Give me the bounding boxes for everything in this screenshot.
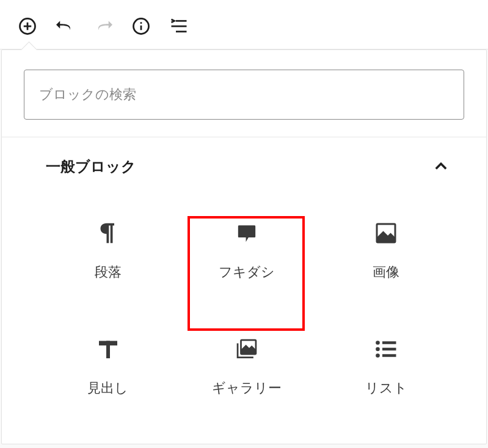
block-list[interactable]: リスト xyxy=(316,309,456,425)
chevron-up-icon xyxy=(432,158,450,175)
category-title: 一般ブロック xyxy=(46,157,136,176)
svg-point-4 xyxy=(140,22,142,24)
block-speech-bubble[interactable]: フキダシ xyxy=(178,193,317,309)
gallery-icon xyxy=(235,338,258,361)
paragraph-icon xyxy=(97,222,120,245)
svg-rect-14 xyxy=(241,350,256,354)
svg-rect-18 xyxy=(382,348,396,351)
search-input[interactable] xyxy=(24,70,464,120)
block-heading[interactable]: 見出し xyxy=(38,309,178,425)
block-image[interactable]: 画像 xyxy=(316,193,456,309)
editor-toolbar xyxy=(0,0,488,49)
undo-icon[interactable] xyxy=(56,17,75,35)
redo-icon xyxy=(94,17,112,35)
svg-point-19 xyxy=(376,353,380,358)
block-label: ギャラリー xyxy=(212,379,282,397)
block-label: 画像 xyxy=(373,263,399,281)
info-icon[interactable] xyxy=(132,17,150,35)
block-label: 見出し xyxy=(87,379,128,397)
block-gallery[interactable]: ギャラリー xyxy=(178,309,317,425)
svg-point-15 xyxy=(376,341,380,345)
svg-rect-10 xyxy=(377,238,395,243)
block-grid: 段落 フキダシ 画像 xyxy=(2,187,486,444)
svg-rect-16 xyxy=(382,341,396,344)
block-paragraph[interactable]: 段落 xyxy=(38,193,178,309)
list-icon xyxy=(374,338,398,361)
block-inserter-panel: 一般ブロック 段落 フキダシ xyxy=(1,49,487,444)
block-label: 段落 xyxy=(95,263,122,281)
search-container xyxy=(2,50,486,137)
block-label: リスト xyxy=(365,379,407,397)
heading-icon xyxy=(97,338,120,361)
outline-icon[interactable] xyxy=(170,17,188,35)
svg-rect-12 xyxy=(106,341,110,359)
add-block-icon[interactable] xyxy=(18,17,37,35)
svg-point-17 xyxy=(376,347,380,352)
block-label: フキダシ xyxy=(219,263,275,281)
category-header[interactable]: 一般ブロック xyxy=(2,137,486,187)
svg-rect-20 xyxy=(382,354,396,357)
speech-icon xyxy=(235,222,258,245)
image-icon xyxy=(374,222,398,245)
